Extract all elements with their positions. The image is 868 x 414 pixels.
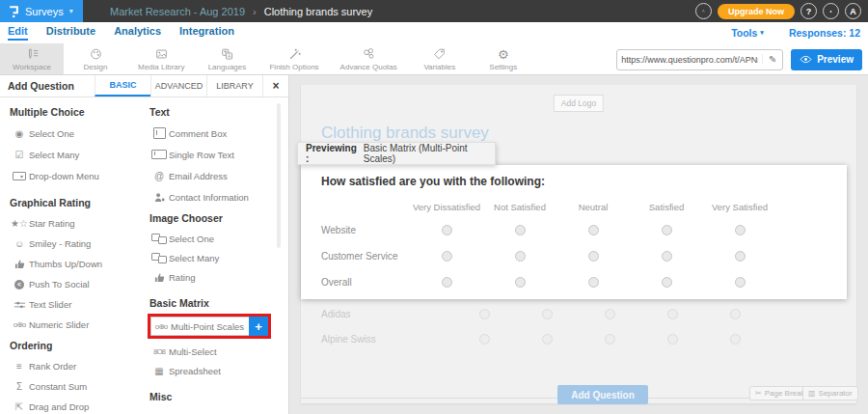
advance-quotas-label: Advance Quotas	[340, 63, 397, 71]
thumb-rating-icon	[149, 272, 169, 283]
qtype-rank-order[interactable]: ≡Rank Order	[10, 356, 141, 376]
matrix-radio[interactable]	[515, 277, 526, 288]
panel-scrollbar[interactable]	[277, 103, 281, 248]
menu-analytics[interactable]: Analytics	[114, 25, 161, 41]
menu-edit[interactable]: Edit	[8, 25, 28, 41]
menu-items: Edit Distribute Analytics Integration	[0, 25, 234, 41]
matrix-radio[interactable]	[588, 251, 599, 262]
media-library-label: Media Library	[138, 63, 184, 71]
add-multi-point-scales-button[interactable]: +	[249, 317, 268, 336]
qtype-image-rating[interactable]: Rating	[149, 267, 283, 287]
qtype-constant-sum[interactable]: ΣConstant Sum	[10, 376, 141, 397]
survey-url-input[interactable]	[617, 55, 762, 65]
qtype-image-select-one[interactable]: Select One	[149, 229, 283, 248]
edit-url-pencil-icon[interactable]: ✎	[762, 54, 782, 65]
bell-icon	[829, 7, 832, 16]
select-many-icon: ☑	[10, 150, 29, 160]
toolbar-settings[interactable]: ⚙ Settings	[472, 43, 535, 74]
qtype-image-select-many[interactable]: Select Many	[149, 248, 283, 267]
qtype-thumbs-up-down[interactable]: Thumbs Up/Down	[10, 254, 141, 274]
page-break-label: Page Break	[765, 389, 805, 398]
tab-library[interactable]: LIBRARY	[206, 75, 262, 97]
qtype-select-many[interactable]: ☑Select Many	[10, 144, 141, 165]
chevron-down-icon: ▾	[760, 29, 764, 37]
upgrade-now-button[interactable]: Upgrade Now	[718, 4, 795, 19]
matrix-radio[interactable]	[515, 251, 526, 262]
qtype-dropdown-menu[interactable]: ▾Drop-down Menu	[10, 165, 141, 186]
matrix-radio[interactable]	[442, 225, 452, 235]
email-at-icon: @	[149, 171, 169, 181]
add-question-button[interactable]: Add Question	[557, 385, 648, 404]
qtype-multi-point-scales[interactable]: o⊕oMulti-Point Scales	[150, 317, 249, 336]
qtype-drag-and-drop[interactable]: ⇱Drag and Drop	[10, 397, 141, 414]
matrix-radio[interactable]	[735, 225, 746, 235]
matrix-radio[interactable]	[735, 277, 746, 288]
matrix-radio[interactable]	[588, 225, 599, 235]
matrix-row-website: Website	[301, 217, 847, 243]
toolbar-media-library[interactable]: Media Library	[127, 43, 195, 74]
page-break-button[interactable]: ✂ Page Break	[749, 386, 811, 400]
section-ordering: Ordering	[10, 339, 141, 352]
menu-distribute[interactable]: Distribute	[46, 25, 95, 41]
close-icon[interactable]: ×	[262, 75, 288, 97]
add-question-panel: Add Question BASIC ADVANCED LIBRARY × Mu…	[0, 75, 289, 414]
matrix-radio[interactable]	[735, 251, 746, 262]
separator-button[interactable]: ▥ Separator	[802, 386, 858, 400]
qtype-push-to-social[interactable]: <Push To Social	[10, 274, 141, 294]
app-window: Surveys ▾ Market Research - Aug 2019 › C…	[0, 0, 868, 414]
matrix-radio[interactable]	[588, 277, 599, 288]
tab-advanced[interactable]: ADVANCED	[150, 75, 206, 97]
qtype-spreadsheet[interactable]: ▦Spreadsheet	[149, 361, 283, 380]
matrix-radio[interactable]	[662, 277, 672, 288]
faded-radio	[479, 334, 490, 345]
toolbar-finish-options[interactable]: Finish Options	[258, 43, 329, 74]
scale-col-header: Not Satisfied	[483, 202, 556, 212]
qtype-comment-box[interactable]: Comment Box	[149, 123, 283, 144]
breadcrumb-current: Clothing brands survey	[264, 6, 373, 17]
surveys-menu[interactable]: Surveys ▾	[0, 0, 83, 22]
matrix-radio[interactable]	[515, 225, 526, 235]
advance-quotas-icon	[362, 47, 376, 62]
languages-icon: A	[220, 47, 234, 62]
matrix-header-row: Very Dissatisfied Not Satisfied Neutral …	[301, 196, 847, 217]
toolbar-variables[interactable]: Variables	[408, 43, 472, 74]
section-image-chooser: Image Chooser	[149, 211, 283, 225]
help-button[interactable]: ?	[800, 3, 817, 19]
responses-link[interactable]: Responses: 12	[789, 27, 860, 39]
matrix-radio[interactable]	[662, 225, 672, 235]
tab-basic[interactable]: BASIC	[95, 75, 150, 97]
toolbar-design[interactable]: Design	[64, 43, 127, 74]
text-slider-icon	[10, 300, 29, 310]
qtype-single-row-text[interactable]: Single Row Text	[149, 144, 283, 165]
tools-dropdown[interactable]: Tools▾	[731, 27, 764, 39]
qtype-star-rating[interactable]: ★☆Star Rating	[10, 213, 141, 234]
add-logo-button[interactable]: Add Logo	[554, 95, 604, 112]
preview-button[interactable]: Preview	[791, 49, 862, 70]
qtype-multi-select[interactable]: 8O8Multi-Select	[149, 342, 283, 361]
page-break-icon: ✂	[755, 389, 762, 398]
separator-icon: ▥	[808, 389, 816, 398]
breadcrumb-parent[interactable]: Market Research - Aug 2019	[110, 6, 245, 17]
toolbar-languages[interactable]: A Languages	[195, 43, 258, 74]
qtype-text-slider[interactable]: Text Slider	[10, 294, 141, 315]
qtype-numeric-slider[interactable]: o⊕oNumeric Slider	[10, 315, 141, 335]
toolbar-advance-quotas[interactable]: Advance Quotas	[330, 43, 408, 74]
qtype-contact-information[interactable]: Contact Information	[149, 186, 283, 207]
qtype-select-one[interactable]: ◉Select One	[10, 123, 141, 144]
matrix-radio[interactable]	[442, 251, 452, 262]
search-button[interactable]	[695, 3, 712, 19]
avatar[interactable]: A	[845, 3, 861, 19]
menu-integration[interactable]: Integration	[179, 25, 234, 41]
toolbar: Workspace Design Media Library A Languag…	[0, 43, 868, 75]
scale-col-header: Satisfied	[630, 202, 703, 212]
matrix-radio[interactable]	[442, 277, 452, 288]
qtype-date-time[interactable]: ▤Date / Time	[149, 407, 283, 414]
qtype-email-address[interactable]: @Email Address	[149, 165, 283, 186]
toolbar-workspace[interactable]: Workspace	[0, 43, 64, 74]
matrix-radio[interactable]	[662, 251, 672, 262]
survey-title[interactable]: Clothing brands survey	[321, 124, 489, 143]
qtype-smiley-rating[interactable]: ☺Smiley - Rating	[10, 234, 141, 254]
notifications-button[interactable]	[823, 3, 839, 19]
panel-column-2: Text Comment Box Single Row Text @Email …	[149, 97, 283, 414]
rank-order-icon: ≡	[10, 361, 29, 372]
